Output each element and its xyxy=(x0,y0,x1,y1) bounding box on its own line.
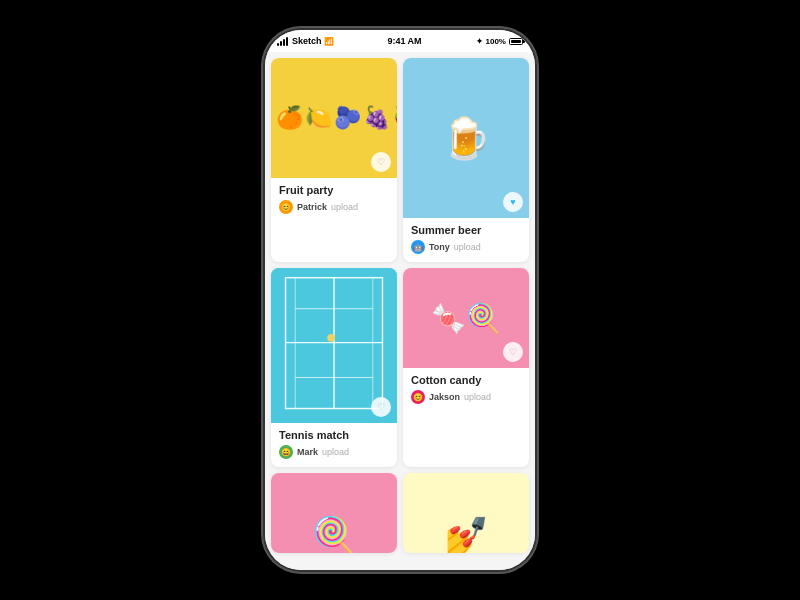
card-nails xyxy=(403,473,529,553)
fruit-party-author-name: Patrick xyxy=(297,202,327,212)
status-left: Sketch 📶 xyxy=(277,36,334,46)
status-bar: Sketch 📶 9:41 AM ✦ 100% xyxy=(265,30,535,52)
tennis-match-heart[interactable]: ♡ xyxy=(371,397,391,417)
wifi-icon: 📶 xyxy=(324,37,334,46)
signal-bars xyxy=(277,37,288,46)
summer-beer-avatar-emoji: 🤖 xyxy=(413,243,423,252)
battery-icon xyxy=(509,38,523,45)
tennis-match-author: 😄 Mark upload xyxy=(279,445,389,459)
cotton-candy-heart[interactable]: ♡ xyxy=(503,342,523,362)
tennis-match-info: Tennis match 😄 Mark upload xyxy=(271,423,397,467)
card-grid: ♡ Fruit party 😊 Patrick upload ♥ xyxy=(265,52,535,559)
summer-beer-info: Summer beer 🤖 Tony upload xyxy=(403,218,529,262)
phone-frame: Sketch 📶 9:41 AM ✦ 100% ♡ Fruit party xyxy=(265,30,535,570)
fruit-party-image: ♡ xyxy=(271,58,397,178)
cotton-candy-image: ♡ xyxy=(403,268,529,368)
card-fruit-party: ♡ Fruit party 😊 Patrick upload xyxy=(271,58,397,262)
status-right: ✦ 100% xyxy=(476,37,523,46)
card-cotton-candy: ♡ Cotton candy 😊 Jakson upload xyxy=(403,268,529,467)
tennis-match-action: upload xyxy=(322,447,349,457)
tennis-match-title: Tennis match xyxy=(279,429,389,441)
cotton-candy-title: Cotton candy xyxy=(411,374,521,386)
fruit-party-avatar: 😊 xyxy=(279,200,293,214)
svg-point-8 xyxy=(327,334,335,342)
summer-beer-author: 🤖 Tony upload xyxy=(411,240,521,254)
card-lollipop xyxy=(271,473,397,553)
card-tennis-match: ♡ Tennis match 😄 Mark upload xyxy=(271,268,397,467)
cotton-candy-info: Cotton candy 😊 Jakson upload xyxy=(403,368,529,412)
battery-pct: 100% xyxy=(486,37,506,46)
feed-scroll[interactable]: ♡ Fruit party 😊 Patrick upload ♥ xyxy=(265,52,535,570)
battery-fill xyxy=(511,40,521,43)
nails-image xyxy=(403,473,529,553)
fruit-party-action: upload xyxy=(331,202,358,212)
tennis-match-avatar: 😄 xyxy=(279,445,293,459)
fruit-party-author: 😊 Patrick upload xyxy=(279,200,389,214)
cotton-candy-action: upload xyxy=(464,392,491,402)
cotton-candy-avatar: 😊 xyxy=(411,390,425,404)
summer-beer-avatar: 🤖 xyxy=(411,240,425,254)
tennis-match-author-name: Mark xyxy=(297,447,318,457)
cotton-candy-author-name: Jakson xyxy=(429,392,460,402)
cotton-candy-author: 😊 Jakson upload xyxy=(411,390,521,404)
carrier-label: Sketch xyxy=(292,36,322,46)
cotton-candy-avatar-emoji: 😊 xyxy=(413,393,423,402)
tennis-match-avatar-emoji: 😄 xyxy=(281,448,291,457)
fruit-party-info: Fruit party 😊 Patrick upload xyxy=(271,178,397,222)
summer-beer-action: upload xyxy=(454,242,481,252)
summer-beer-image: ♥ xyxy=(403,58,529,218)
lollipop-image xyxy=(271,473,397,553)
fruit-party-avatar-emoji: 😊 xyxy=(281,203,291,212)
summer-beer-author-name: Tony xyxy=(429,242,450,252)
bluetooth-icon: ✦ xyxy=(476,37,483,46)
summer-beer-heart[interactable]: ♥ xyxy=(503,192,523,212)
fruit-party-title: Fruit party xyxy=(279,184,389,196)
tennis-match-image: ♡ xyxy=(271,268,397,423)
card-summer-beer: ♥ Summer beer 🤖 Tony upload xyxy=(403,58,529,262)
tennis-court-svg xyxy=(271,268,397,418)
fruit-party-heart[interactable]: ♡ xyxy=(371,152,391,172)
summer-beer-title: Summer beer xyxy=(411,224,521,236)
time-display: 9:41 AM xyxy=(387,36,421,46)
